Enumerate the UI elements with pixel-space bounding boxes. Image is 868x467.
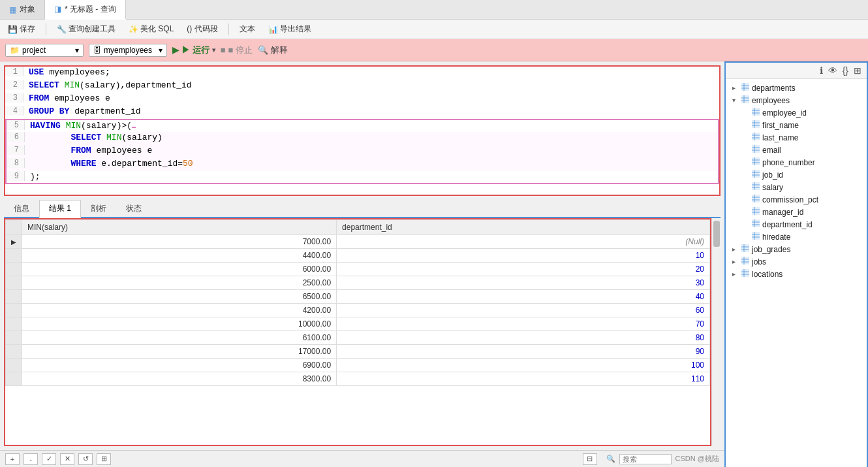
tree-item-first_name[interactable]: first_name bbox=[726, 119, 867, 131]
table-row: ▶7000.00(Null) bbox=[6, 235, 710, 249]
text-button[interactable]: 文本 bbox=[237, 22, 258, 36]
tab-status[interactable]: 状态 bbox=[116, 200, 151, 217]
cell-salary: 6000.00 bbox=[22, 263, 337, 276]
run-icon: ▶ bbox=[172, 45, 179, 55]
code-line-1: 1 USE myemployees; bbox=[5, 67, 719, 80]
tree-item-commission_pct[interactable]: commission_pct bbox=[726, 193, 867, 206]
tab-info[interactable]: 信息 bbox=[4, 200, 39, 217]
svg-rect-20 bbox=[752, 145, 760, 153]
tree-item-hiredate[interactable]: hiredate bbox=[726, 231, 867, 243]
tree-item-locations[interactable]: ▸locations bbox=[726, 268, 867, 280]
cancel-icon: ✕ bbox=[65, 455, 70, 463]
tree-table-icon bbox=[752, 145, 760, 155]
right-panel: ℹ 👁 {} ⊞ ▸departments▾employeesemployee_… bbox=[724, 61, 868, 467]
tab-query[interactable]: ◨ * 无标题 - 查询 bbox=[45, 0, 126, 20]
beautify-sql-button[interactable]: ✨ 美化 SQL bbox=[126, 22, 176, 36]
table-row: 2500.0030 bbox=[6, 276, 710, 290]
export-result-button[interactable]: 📊 导出结果 bbox=[266, 22, 314, 36]
tree-item-label: employees bbox=[752, 96, 790, 105]
eye-icon[interactable]: 👁 bbox=[828, 65, 837, 76]
grid-button[interactable]: ⊞ bbox=[97, 453, 111, 465]
search-input[interactable] bbox=[619, 454, 672, 464]
tab-profile-label: 剖析 bbox=[91, 204, 106, 213]
remove-row-button[interactable]: - bbox=[23, 453, 38, 465]
refresh-button[interactable]: ↺ bbox=[78, 453, 93, 465]
tree-item-email[interactable]: email bbox=[726, 144, 867, 156]
line-num-1: 1 bbox=[5, 67, 23, 76]
info-icon[interactable]: ℹ bbox=[820, 65, 823, 76]
tree-table-icon bbox=[741, 83, 749, 93]
line-content-3: FROM employees e bbox=[23, 93, 110, 103]
tree-table-icon bbox=[752, 207, 760, 217]
run-button[interactable]: ▶ ▶ 运行 ▾ bbox=[172, 44, 215, 56]
remove-icon: - bbox=[29, 455, 32, 463]
save-button[interactable]: 💾 保存 bbox=[5, 22, 38, 36]
db-label: myemployees bbox=[104, 46, 152, 55]
tree-item-label: department_id bbox=[762, 220, 813, 229]
selector-bar: 📁 project ▾ 🗄 myemployees ▾ ▶ ▶ 运行 ▾ ■ ■… bbox=[0, 39, 868, 61]
project-selector[interactable]: 📁 project ▾ bbox=[5, 44, 84, 57]
row-indicator-cell bbox=[6, 276, 22, 290]
vertical-scrollbar[interactable] bbox=[711, 218, 721, 446]
tree-item-last_name[interactable]: last_name bbox=[726, 131, 867, 144]
stop-icon: ■ bbox=[221, 45, 226, 55]
cell-salary: 4400.00 bbox=[22, 249, 337, 263]
tree-item-employee_id[interactable]: employee_id bbox=[726, 106, 867, 119]
db-selector[interactable]: 🗄 myemployees ▾ bbox=[89, 44, 167, 57]
tree-item-employees[interactable]: ▾employees bbox=[726, 94, 867, 106]
table-row: 8300.00110 bbox=[6, 372, 710, 386]
project-icon: 📁 bbox=[10, 46, 20, 55]
db-chevron-icon: ▾ bbox=[159, 46, 163, 55]
svg-rect-28 bbox=[752, 170, 760, 178]
tree-item-jobs[interactable]: ▸jobs bbox=[726, 255, 867, 268]
row-indicator-cell bbox=[6, 359, 22, 372]
tab-result1[interactable]: 结果 1 bbox=[39, 200, 81, 218]
cell-salary: 10000.00 bbox=[22, 317, 337, 331]
add-row-button[interactable]: + bbox=[5, 453, 20, 465]
svg-rect-24 bbox=[752, 157, 760, 165]
tree-item-label: first_name bbox=[762, 121, 799, 130]
query-tool-button[interactable]: 🔧 查询创建工具 bbox=[54, 22, 118, 36]
code-snippet-button[interactable]: () 代码段 bbox=[184, 22, 220, 36]
search-label: 🔍 bbox=[606, 455, 615, 463]
tree-item-manager_id[interactable]: manager_id bbox=[726, 206, 867, 218]
tree-item-job_grades[interactable]: ▸job_grades bbox=[726, 243, 867, 255]
code-editor[interactable]: 1 USE myemployees; 2 SELECT MIN(salary),… bbox=[4, 65, 721, 196]
explain-icon: 🔍 bbox=[258, 45, 268, 55]
confirm-button[interactable]: ✓ bbox=[42, 453, 56, 465]
stop-label: ■ 停止 bbox=[228, 44, 252, 56]
cell-dept: 30 bbox=[337, 276, 710, 290]
tree-item-label: employee_id bbox=[762, 108, 807, 118]
stop-button[interactable]: ■ ■ 停止 bbox=[221, 44, 253, 56]
cell-salary: 6500.00 bbox=[22, 290, 337, 304]
explain-button[interactable]: 🔍 解释 bbox=[258, 44, 288, 56]
object-tab-icon: ▦ bbox=[9, 5, 16, 14]
braces-icon[interactable]: {} bbox=[843, 65, 848, 76]
tree-item-departments[interactable]: ▸departments bbox=[726, 82, 867, 94]
row-indicator-cell bbox=[6, 249, 22, 263]
code-line-8: 8 WHERE e.department_id=50 bbox=[5, 158, 719, 171]
text-label: 文本 bbox=[240, 24, 255, 35]
tree-table-icon bbox=[741, 269, 749, 279]
cell-dept: 60 bbox=[337, 304, 710, 317]
grid-view-icon[interactable]: ⊞ bbox=[854, 65, 861, 76]
status-bar: + - ✓ ✕ ↺ ⊞ ⊟ 🔍 CSDN @桃陆 bbox=[0, 450, 724, 467]
cancel-status-button[interactable]: ✕ bbox=[60, 453, 74, 465]
tree-item-phone_number[interactable]: phone_number bbox=[726, 156, 867, 169]
table-view-button[interactable]: ⊟ bbox=[583, 453, 597, 465]
tree-item-label: hiredate bbox=[762, 233, 790, 242]
cell-salary: 8300.00 bbox=[22, 372, 337, 386]
row-indicator-cell bbox=[6, 331, 22, 345]
tree-item-job_id[interactable]: job_id bbox=[726, 169, 867, 181]
confirm-icon: ✓ bbox=[46, 455, 52, 463]
left-panel: 1 USE myemployees; 2 SELECT MIN(salary),… bbox=[0, 61, 724, 467]
export-icon: 📊 bbox=[268, 25, 278, 34]
tab-object[interactable]: ▦ 对象 bbox=[0, 0, 45, 19]
project-chevron-icon: ▾ bbox=[75, 46, 79, 55]
watermark: CSDN @桃陆 bbox=[675, 454, 719, 464]
table-row: 6500.0040 bbox=[6, 290, 710, 304]
tree-item-department_id[interactable]: department_id bbox=[726, 218, 867, 231]
tree-item-salary[interactable]: salary bbox=[726, 181, 867, 193]
tab-profile[interactable]: 剖析 bbox=[81, 200, 116, 217]
tree-table-icon bbox=[752, 219, 760, 229]
